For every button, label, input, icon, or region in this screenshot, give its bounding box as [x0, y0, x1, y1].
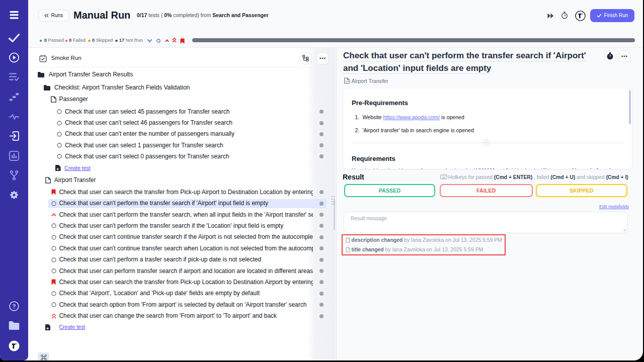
svg-text:?: ? — [12, 303, 16, 309]
